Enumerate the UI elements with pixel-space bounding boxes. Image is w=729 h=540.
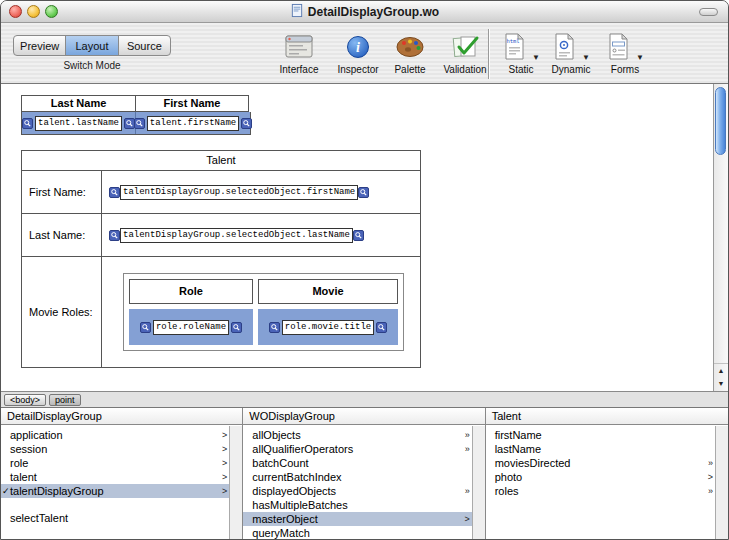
to-one-arrow-icon: > (222, 456, 227, 470)
detail-row-first-name[interactable]: First Name: talentDisplayGroup.selectedO… (22, 171, 420, 214)
binding-field[interactable]: talentDisplayGroup.selectedObject.lastNa… (120, 228, 353, 243)
browser-column-scrollbar[interactable] (472, 426, 485, 539)
document-icon (290, 3, 304, 22)
layout-canvas[interactable]: Last Name First Name talent.lastName tal… (1, 84, 728, 391)
browser-item-batchcount[interactable]: batchCount (243, 456, 471, 470)
dropdown-arrow-icon: ▼ (582, 53, 590, 62)
browser-column-scrollbar[interactable] (229, 426, 242, 539)
layout-segment[interactable]: Layout (66, 36, 118, 55)
list-table-cell[interactable]: talent.lastName (22, 112, 136, 134)
path-tag-point[interactable]: point (49, 394, 81, 406)
wostring-marker-icon[interactable] (109, 230, 120, 241)
titlebar[interactable]: DetailDisplayGroup.wo (1, 1, 728, 23)
dropdown-arrow-icon: ▼ (636, 53, 644, 62)
browser-item-displayedobjects[interactable]: displayedObjects» (243, 484, 471, 498)
toolbar-separator (488, 29, 489, 79)
column-header-last-name[interactable]: Last Name (21, 95, 135, 112)
wostring-marker-icon[interactable] (134, 118, 145, 129)
wostring-marker-icon[interactable] (269, 322, 280, 333)
toolbar-toggle-button[interactable] (699, 8, 718, 16)
wostring-marker-icon[interactable] (231, 322, 242, 333)
dropdown-arrow-icon: ▼ (532, 53, 540, 62)
browser-item-firstname[interactable]: firstName (486, 428, 715, 442)
wostring-marker-icon[interactable] (140, 322, 151, 333)
browser-item-session[interactable]: session> (1, 442, 229, 456)
browser-item-hasmultiplebatches[interactable]: hasMultipleBatches (243, 498, 471, 512)
binding-field[interactable]: talentDisplayGroup.selectedObject.firstN… (120, 185, 358, 200)
nested-selected-cell[interactable]: role.movie.title (258, 309, 398, 345)
browser-column-header: WODisplayGroup (243, 408, 484, 425)
browser-column-header: DetailDisplayGroup (1, 408, 242, 425)
row-value-cell[interactable]: talentDisplayGroup.selectedObject.lastNa… (102, 214, 420, 256)
binding-field[interactable]: role.roleName (153, 320, 229, 335)
row-label: First Name: (22, 171, 102, 213)
scroll-down-arrow[interactable]: ▼ (714, 377, 728, 391)
roles-nested-table[interactable]: Role Movie role.roleName role.movie.titl… (123, 273, 404, 351)
browser-item-allobjects[interactable]: allObjects» (243, 428, 471, 442)
detail-table[interactable]: Talent First Name: talentDisplayGroup.se… (21, 150, 421, 368)
nested-selected-cell[interactable]: role.roleName (129, 309, 253, 345)
wostring-marker-icon[interactable] (109, 187, 120, 198)
browser-item-application[interactable]: application> (1, 428, 229, 442)
inspector-info-icon: i (346, 31, 370, 62)
browser-item-lastname[interactable]: lastName (486, 442, 715, 456)
wostring-marker-icon[interactable] (22, 118, 33, 129)
browser-item-list: firstName lastName moviesDirected» photo… (486, 428, 715, 539)
scroll-up-arrow[interactable]: ▲ (714, 363, 728, 377)
browser-item-moviesdirected[interactable]: moviesDirected» (486, 456, 715, 470)
preview-segment[interactable]: Preview (14, 36, 66, 55)
row-value-cell[interactable]: Role Movie role.roleName role.movie.titl… (102, 257, 420, 367)
inspector-button[interactable]: i Inspector (333, 31, 383, 75)
detail-row-last-name[interactable]: Last Name: talentDisplayGroup.selectedOb… (22, 214, 420, 257)
row-label: Last Name: (22, 214, 102, 256)
browser-column-scrollbar[interactable] (715, 426, 728, 539)
interface-button[interactable]: Interface (271, 31, 327, 75)
browser-item-allqualifieroperators[interactable]: allQualifierOperators» (243, 442, 471, 456)
column-header-movie[interactable]: Movie (258, 279, 398, 304)
to-one-arrow-icon: > (708, 470, 713, 484)
column-header-role[interactable]: Role (129, 279, 253, 304)
detail-table-title[interactable]: Talent (22, 151, 420, 171)
browser-item-role[interactable]: role> (1, 456, 229, 470)
binding-field[interactable]: talent.lastName (35, 116, 122, 131)
scrollbar-thumb[interactable] (715, 87, 726, 155)
mode-segmented-control: Preview Layout Source (13, 35, 171, 56)
dynamic-elements-menu[interactable]: ▼ Dynamic (548, 31, 594, 75)
binding-field[interactable]: role.movie.title (282, 320, 374, 335)
list-table-selected-row[interactable]: talent.lastName talent.firstName (21, 112, 251, 135)
browser-item-selecttalent[interactable]: selectTalent (1, 511, 229, 525)
browser-item-roles[interactable]: roles» (486, 484, 715, 498)
tool-label: Validation (443, 64, 486, 75)
binding-field[interactable]: talent.firstName (147, 116, 239, 131)
list-table[interactable]: Last Name First Name talent.lastName tal… (21, 95, 251, 135)
browser-item-masterobject[interactable]: masterObject> (243, 512, 471, 526)
palette-icon (395, 31, 425, 62)
forms-elements-menu[interactable]: ▼ Forms (599, 31, 651, 75)
wostring-marker-icon[interactable] (353, 230, 364, 241)
browser-item-currentbatchindex[interactable]: currentBatchIndex (243, 470, 471, 484)
browser-column-detaildisplaygroup: DetailDisplayGroup application> session>… (1, 408, 243, 539)
to-one-arrow-icon: > (464, 512, 469, 526)
list-table-cell[interactable]: talent.firstName (136, 112, 250, 134)
wostring-marker-icon[interactable] (358, 187, 369, 198)
browser-item-list: application> session> role> talent> ✓tal… (1, 428, 229, 539)
canvas-vertical-scrollbar[interactable]: ▲ ▼ (713, 84, 728, 391)
wostring-marker-icon[interactable] (376, 322, 387, 333)
browser-item-querymatch[interactable]: queryMatch (243, 526, 471, 539)
palette-button[interactable]: Palette (389, 31, 431, 75)
validation-button[interactable]: Validation (437, 31, 493, 75)
static-elements-menu[interactable]: html▼ Static (499, 31, 543, 75)
to-one-arrow-icon: > (222, 470, 227, 484)
browser-item-talent[interactable]: talent> (1, 470, 229, 484)
source-segment[interactable]: Source (119, 36, 170, 55)
to-one-arrow-icon: > (222, 428, 227, 442)
row-value-cell[interactable]: talentDisplayGroup.selectedObject.firstN… (102, 171, 420, 213)
detail-row-movie-roles[interactable]: Movie Roles: Role Movie role.roleName ro… (22, 257, 420, 367)
browser-item-photo[interactable]: photo> (486, 470, 715, 484)
path-tag-body[interactable]: <body> (4, 394, 46, 406)
wostring-marker-icon[interactable] (241, 118, 252, 129)
browser-item-talentdisplaygroup[interactable]: ✓talentDisplayGroup> (1, 484, 229, 498)
column-header-first-name[interactable]: First Name (135, 95, 249, 112)
static-html-document-icon: html▼ (502, 31, 540, 62)
forms-document-icon: ▼ (606, 31, 644, 62)
